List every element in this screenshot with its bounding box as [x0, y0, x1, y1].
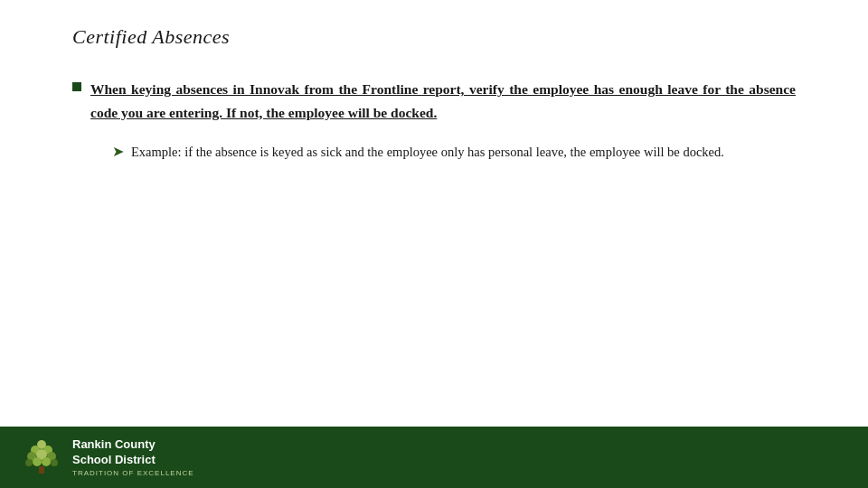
tree-logo-icon: [22, 437, 61, 477]
svg-point-6: [25, 459, 33, 466]
arrow-icon: ➤: [112, 143, 124, 160]
bullet-section: When keying absences in Innovak from the…: [72, 78, 796, 163]
slide-content: Certified Absences When keying absences …: [0, 0, 868, 427]
svg-rect-10: [39, 466, 44, 474]
footer-bar: Rankin County School District TRADITION …: [0, 427, 868, 488]
svg-point-8: [42, 457, 51, 466]
sub-bullet-text: Example: if the absence is keyed as sick…: [131, 142, 724, 163]
main-bullet-text: When keying absences in Innovak from the…: [90, 78, 796, 124]
svg-point-7: [33, 457, 42, 466]
footer-text: Rankin County School District TRADITION …: [72, 437, 194, 478]
main-bullet: When keying absences in Innovak from the…: [72, 78, 796, 124]
slide-container: Certified Absences When keying absences …: [0, 0, 868, 488]
slide-title: Certified Absences: [72, 25, 796, 49]
sub-bullet: ➤ Example: if the absence is keyed as si…: [112, 142, 796, 163]
footer-district-name-line1: Rankin County: [72, 437, 194, 453]
bullet-square-icon: [72, 82, 81, 91]
footer-tagline: TRADITION OF EXCELLENCE: [72, 469, 194, 477]
sub-bullet-body: if the absence is keyed as sick and the …: [182, 145, 724, 159]
footer-logo: Rankin County School District TRADITION …: [22, 437, 194, 478]
sub-bullet-label: Example:: [131, 145, 182, 159]
footer-district-name-line2: School District: [72, 453, 194, 468]
svg-point-9: [51, 459, 58, 466]
